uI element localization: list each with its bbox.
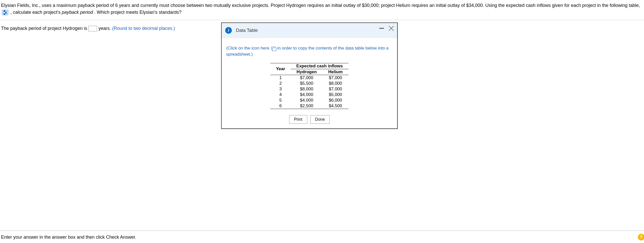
col-hydrogen: Hydrogen: [291, 69, 323, 75]
cell-helium: $8,000: [323, 81, 348, 86]
problem-statement: Elysian Fields, Inc., uses a maximum pay…: [0, 0, 644, 19]
cell-hydrogen: $4,000: [291, 98, 323, 103]
cell-year: 6: [270, 103, 291, 109]
cell-hydrogen: $4,000: [291, 92, 323, 98]
payback-period-input[interactable]: [88, 26, 97, 31]
payback-period-italic: payback period: [62, 10, 93, 15]
print-button[interactable]: Print: [289, 115, 307, 124]
answer-before: The payback period of project Hydrogen i…: [1, 26, 88, 31]
table-row: 6 $2,500 $4,500: [270, 103, 348, 109]
answer-after: years.: [98, 26, 112, 31]
col-year: Year: [270, 63, 291, 75]
modal-header: i Data Table: [222, 23, 397, 38]
problem-text-1: Elysian Fields, Inc., uses a maximum pay…: [1, 3, 640, 8]
rounding-hint: (Round to two decimal places.): [112, 26, 175, 31]
problem-text-2: , calculate each project's: [10, 10, 62, 15]
help-icon[interactable]: ?: [638, 234, 644, 240]
done-button[interactable]: Done: [310, 115, 330, 124]
col-group-expected: Expected cash inflows: [291, 63, 348, 69]
cell-year: 5: [270, 98, 291, 103]
cell-hydrogen: $2,500: [291, 103, 323, 109]
cell-year: 4: [270, 92, 291, 98]
table-row: 4 $4,000 $5,000: [270, 92, 348, 98]
cell-helium: $5,000: [323, 92, 348, 98]
cell-hydrogen: $7,000: [291, 75, 323, 81]
table-row: 3 $8,000 $7,000: [270, 86, 348, 92]
table-row: 5 $4,000 $6,000: [270, 98, 348, 103]
info-icon: i: [225, 27, 232, 34]
section-divider: [0, 20, 644, 20]
table-row: 2 $5,500 $8,000: [270, 81, 348, 86]
close-icon[interactable]: [388, 26, 394, 31]
col-helium: Helium: [323, 69, 348, 75]
modal-title: Data Table: [236, 28, 258, 33]
copy-instruction: (Click on the icon here in order to copy…: [226, 45, 393, 57]
modal-buttons: Print Done: [226, 115, 393, 124]
cell-helium: $4,500: [323, 103, 348, 109]
cell-helium: $7,000: [323, 75, 348, 81]
data-table-modal: i Data Table (Click on the icon here in …: [221, 22, 398, 129]
cell-hydrogen: $5,500: [291, 81, 323, 86]
cell-helium: $7,000: [323, 86, 348, 92]
footer-instruction: Enter your answer in the answer box and …: [1, 235, 136, 240]
copy-to-spreadsheet-icon[interactable]: [271, 47, 275, 50]
cell-helium: $6,000: [323, 98, 348, 103]
cell-hydrogen: $8,000: [291, 86, 323, 92]
minimize-icon[interactable]: [379, 28, 384, 29]
cell-year: 1: [270, 75, 291, 81]
copy-note-before: (Click on the icon here: [226, 46, 271, 51]
cash-inflows-table: Year Expected cash inflows Hydrogen Heli…: [270, 63, 348, 109]
data-table-link-icon[interactable]: [2, 10, 8, 15]
cell-year: 3: [270, 86, 291, 92]
problem-text-3: . Which project meets Elysian's standard…: [94, 10, 182, 15]
cell-year: 2: [270, 81, 291, 86]
footer-bar: Enter your answer in the answer box and …: [0, 230, 644, 243]
table-row: 1 $7,000 $7,000: [270, 75, 348, 81]
modal-body: (Click on the icon here in order to copy…: [222, 38, 397, 128]
